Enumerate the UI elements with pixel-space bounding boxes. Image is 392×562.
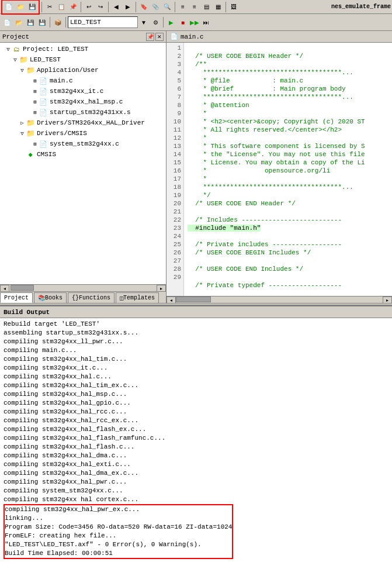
expand-msp-c[interactable]: ⊞ bbox=[32, 99, 39, 105]
ln-26: 26 bbox=[169, 249, 181, 257]
toolbar-container: 📄 📁 💾 ✂ 📋 📌 ↩ ↪ ◀ ▶ 🔖 📎 🔍 ≡ ≡ ▤ ▦ 🖼 nes_… bbox=[0, 0, 392, 31]
code-line-28 bbox=[188, 274, 192, 281]
ln-10: 10 bbox=[169, 118, 181, 126]
toolbar-row2: 📄 📂 💾 💾 📦 LED_TEST ▼ ⚙ ▶ ■ ▶▶ ⏭ bbox=[0, 14, 392, 30]
tree-hscroll[interactable]: ◂ ▸ bbox=[0, 284, 166, 291]
tb-btn-build-target[interactable]: 📦 bbox=[52, 16, 64, 28]
tree-item-drivers-cmsis[interactable]: ▽ 📁 Drivers/CMSIS bbox=[1, 128, 165, 139]
separator-7 bbox=[50, 17, 50, 27]
tb-btn-copy[interactable]: 📋 bbox=[55, 1, 67, 13]
tb-btn-new[interactable]: 📄 bbox=[3, 1, 15, 13]
tree-item-msp-c[interactable]: ⊞ 📄 stm32g4xx_hal_msp.c bbox=[1, 96, 165, 107]
tb-btn-redo[interactable]: ↪ bbox=[95, 1, 106, 13]
main-container: Project 📌 ✕ ▽ 🗂 Project: LED_TEST ▽ bbox=[0, 31, 392, 562]
code-line-13: * the "License". You may not use this fi… bbox=[188, 151, 365, 158]
expand-drivers-hal[interactable]: ▷ bbox=[19, 120, 26, 126]
tb-btn-search[interactable]: 🔍 bbox=[161, 1, 173, 13]
code-line-12: * This software component is licensed by… bbox=[188, 143, 365, 150]
expand-root[interactable]: ▽ bbox=[5, 46, 12, 53]
editor-filename: main.c bbox=[181, 33, 204, 40]
tb-btn-align2[interactable]: ▦ bbox=[212, 1, 224, 13]
tb-btn-bookmark2[interactable]: 📎 bbox=[150, 1, 161, 13]
tb-btn-forward[interactable]: ▶ bbox=[122, 1, 134, 13]
tab-functions-icon: {} bbox=[72, 295, 79, 301]
build-line-17: compiling stm32g4xx_hal_dma_ex.c... bbox=[4, 469, 388, 478]
tb-btn-save-all[interactable]: 💾 bbox=[36, 16, 48, 28]
tb-btn-indent2[interactable]: ≡ bbox=[189, 1, 200, 13]
build-output-area[interactable]: Rebuild target 'LED_TEST' assembling sta… bbox=[0, 318, 392, 562]
tb-btn-open2[interactable]: 📂 bbox=[13, 16, 25, 28]
code-area[interactable]: 1 2 3 4 5 6 7 8 9 10 11 12 13 14 15 16 1 bbox=[166, 43, 392, 296]
tree-item-it-c[interactable]: ⊞ 📄 stm32g4xx_it.c bbox=[1, 86, 165, 96]
editor-tab[interactable]: 📄 main.c bbox=[170, 33, 204, 40]
code-line-15: * opensource.org/li bbox=[188, 167, 330, 174]
tree-item-system-c[interactable]: ⊞ 📄 system_stm32g4xx.c bbox=[1, 139, 165, 149]
separator-5 bbox=[175, 2, 175, 12]
build-red-box: compiling stm32g4xx_hal_pwr_ex.c... link… bbox=[4, 504, 233, 559]
scroll-thumb[interactable] bbox=[11, 285, 34, 291]
expand-app-user[interactable]: ▽ bbox=[19, 67, 26, 74]
build-line-10: compiling stm32g4xx_hal_rcc.c... bbox=[4, 408, 388, 416]
build-line-1: assembling startup_stm32g431xx.s... bbox=[4, 329, 388, 337]
ln-2: 2 bbox=[169, 52, 181, 60]
panel-pin-btn[interactable]: 📌 bbox=[146, 33, 154, 41]
tree-item-root[interactable]: ▽ 🗂 Project: LED_TEST bbox=[1, 44, 165, 54]
ln-3: 3 bbox=[169, 60, 181, 68]
tab-books[interactable]: 📚 Books bbox=[34, 292, 67, 303]
tb-btn-window-icon[interactable]: 🖼 bbox=[228, 1, 240, 13]
code-content[interactable]: /* USER CODE BEGIN Header */ /** *******… bbox=[184, 43, 392, 296]
tree-label-main-c: main.c bbox=[50, 77, 73, 84]
tab-project[interactable]: Project bbox=[0, 292, 33, 303]
tb-btn-step[interactable]: ⏭ bbox=[200, 16, 212, 28]
code-hscroll[interactable]: ◂ ▸ bbox=[166, 296, 392, 303]
tb-btn-run[interactable]: ▶▶ bbox=[189, 16, 200, 28]
tab-functions[interactable]: {} Functions bbox=[68, 292, 115, 303]
expand-startup[interactable]: ⊞ bbox=[32, 109, 39, 116]
folder-icon-4: 📁 bbox=[26, 129, 35, 138]
code-line-29: /* Private typedef ------------------- bbox=[188, 282, 342, 289]
tb-btn-bookmark[interactable]: 🔖 bbox=[138, 1, 150, 13]
code-line-22: #include "main.h" bbox=[188, 225, 261, 232]
expand-drivers-cmsis[interactable]: ▽ bbox=[19, 130, 26, 137]
ln-21: 21 bbox=[169, 208, 181, 216]
build-line-0: Rebuild target 'LED_TEST' bbox=[4, 320, 388, 329]
tb-btn-paste[interactable]: 📌 bbox=[67, 1, 79, 13]
tb-btn-align[interactable]: ▤ bbox=[200, 1, 212, 13]
expand-led-test[interactable]: ▽ bbox=[12, 57, 19, 63]
tree-item-drivers-hal[interactable]: ▷ 📁 Drivers/STM32G4xx_HAL_Driver bbox=[1, 118, 165, 128]
tb-btn-back[interactable]: ◀ bbox=[110, 1, 122, 13]
tb-btn-save[interactable]: 💾 bbox=[26, 1, 38, 13]
code-line-1: /* USER CODE BEGIN Header */ bbox=[188, 53, 303, 60]
folder-icon-2: 📁 bbox=[26, 65, 35, 75]
expand-it-c[interactable]: ⊞ bbox=[32, 88, 39, 95]
content-area: Project 📌 ✕ ▽ 🗂 Project: LED_TEST ▽ bbox=[0, 31, 392, 303]
tb-btn-new2[interactable]: 📄 bbox=[1, 16, 13, 28]
build-line-7: compiling stm32g4xx_hal_tim_ex.c... bbox=[4, 381, 388, 390]
tb-btn-debug[interactable]: ▶ bbox=[165, 16, 177, 28]
tree-item-startup[interactable]: ⊞ 📄 startup_stm32g431xx.s bbox=[1, 107, 165, 118]
expand-main-c[interactable]: ⊞ bbox=[32, 78, 39, 84]
expand-system-c[interactable]: ⊞ bbox=[32, 141, 39, 147]
project-name-input[interactable]: LED_TEST bbox=[68, 16, 138, 28]
tb-btn-cut[interactable]: ✂ bbox=[44, 1, 55, 13]
tab-templates[interactable]: ◫ Templates bbox=[116, 292, 159, 303]
tree-item-main-c[interactable]: ⊞ 📄 main.c bbox=[1, 75, 165, 86]
folder-icon-3: 📁 bbox=[26, 118, 35, 127]
tb-btn-stop[interactable]: ■ bbox=[177, 16, 189, 28]
tb-btn-indent[interactable]: ≡ bbox=[177, 1, 189, 13]
separator-6 bbox=[226, 2, 226, 12]
panel-close-btn[interactable]: ✕ bbox=[155, 33, 164, 41]
tb-btn-save2[interactable]: 💾 bbox=[25, 16, 36, 28]
tree-item-cmsis[interactable]: ◆ CMSIS bbox=[1, 149, 165, 160]
tb-btn-dropdown[interactable]: ▼ bbox=[138, 16, 150, 28]
panel-titlebar: Project 📌 ✕ bbox=[0, 31, 166, 43]
code-line-5: * @brief : Main program body bbox=[188, 85, 346, 92]
tree-item-app-user[interactable]: ▽ 📁 Application/User bbox=[1, 65, 165, 75]
tb-btn-open[interactable]: 📁 bbox=[15, 1, 26, 13]
tree-item-led-test[interactable]: ▽ 📁 LED_TEST bbox=[1, 54, 165, 65]
ln-23: 23 bbox=[169, 224, 181, 232]
tb-btn-settings[interactable]: ⚙ bbox=[150, 16, 161, 28]
separator-1 bbox=[41, 2, 42, 12]
tb-btn-undo[interactable]: ↩ bbox=[83, 1, 95, 13]
code-scroll-thumb[interactable] bbox=[176, 296, 211, 302]
